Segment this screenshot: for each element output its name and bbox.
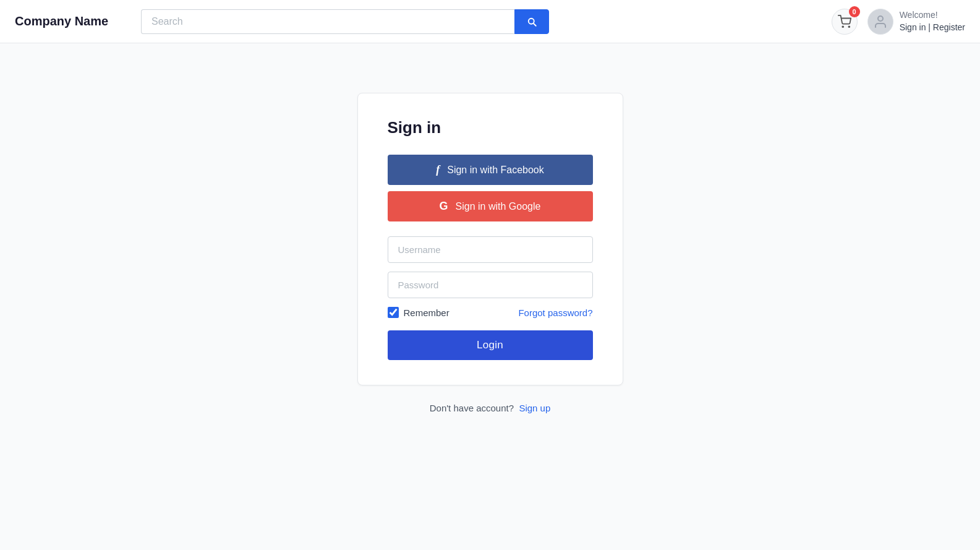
user-icon (873, 14, 888, 29)
google-icon: G (440, 200, 448, 213)
facebook-btn-label: Sign in with Facebook (447, 165, 544, 176)
svg-point-0 (842, 26, 843, 27)
password-input[interactable] (388, 272, 593, 298)
user-info: Welcome! Sign in | Register (900, 9, 965, 33)
no-account-text: Don't have account? (430, 403, 514, 413)
svg-point-2 (878, 16, 883, 21)
user-section[interactable]: Welcome! Sign in | Register (867, 9, 965, 35)
remember-label: Remember (404, 307, 450, 318)
username-input[interactable] (388, 236, 593, 263)
cart-badge: 0 (849, 6, 860, 17)
search-input[interactable] (141, 9, 514, 34)
signup-link[interactable]: Sign up (519, 403, 550, 413)
cart-container[interactable]: 0 (832, 9, 858, 35)
user-avatar (867, 9, 893, 35)
cart-icon (838, 15, 851, 28)
search-icon (526, 16, 537, 27)
signin-register-text[interactable]: Sign in | Register (900, 22, 965, 34)
search-button[interactable] (514, 9, 549, 34)
remember-row: Remember Forgot password? (388, 307, 593, 318)
google-btn-label: Sign in with Google (456, 201, 541, 212)
welcome-text: Welcome! (900, 9, 965, 22)
facebook-icon: f (436, 163, 440, 176)
google-signin-button[interactable]: G Sign in with Google (388, 191, 593, 221)
signin-title: Sign in (388, 118, 593, 137)
facebook-signin-button[interactable]: f Sign in with Facebook (388, 155, 593, 185)
main-content: Sign in f Sign in with Facebook G Sign i… (0, 43, 980, 550)
svg-point-1 (848, 26, 850, 27)
header-right: 0 Welcome! Sign in | Register (832, 9, 965, 35)
search-container (141, 9, 549, 34)
signup-row: Don't have account? Sign up (430, 403, 551, 413)
company-name[interactable]: Company Name (15, 14, 126, 28)
login-button[interactable]: Login (388, 330, 593, 360)
remember-checkbox[interactable] (388, 307, 399, 318)
remember-left: Remember (388, 307, 450, 318)
signin-card: Sign in f Sign in with Facebook G Sign i… (357, 93, 623, 385)
header: Company Name 0 (0, 0, 980, 43)
forgot-password-link[interactable]: Forgot password? (518, 307, 592, 318)
